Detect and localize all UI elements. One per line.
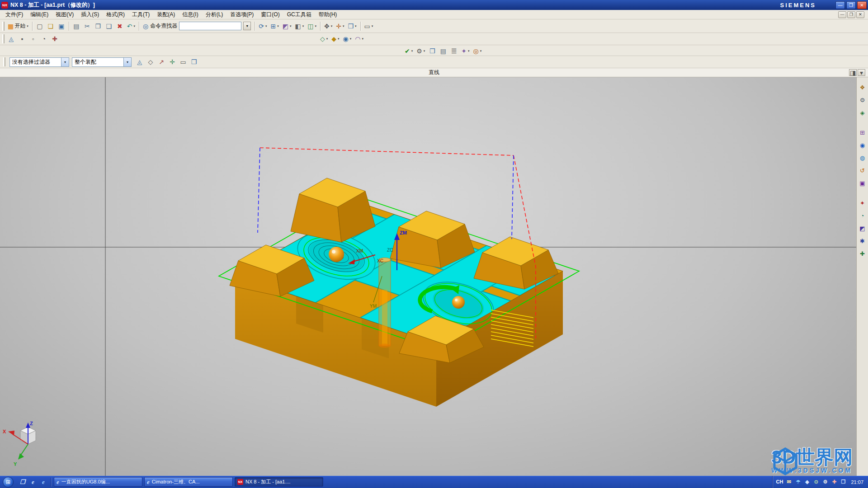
move-object-dropdown[interactable]: ▾ bbox=[331, 24, 333, 28]
start-button[interactable]: ▦开始▾ bbox=[6, 21, 30, 32]
minimize-button[interactable]: — bbox=[835, 1, 845, 9]
cut-button[interactable]: ✂ bbox=[82, 21, 93, 32]
close-button[interactable]: ✕ bbox=[857, 1, 867, 9]
operation-list-dropdown[interactable]: ▾ bbox=[468, 49, 470, 53]
window-button[interactable]: ▭▾ bbox=[363, 21, 375, 32]
mdi-minimize-button[interactable]: — bbox=[838, 11, 846, 18]
menu-analysis[interactable]: 分析(L) bbox=[202, 10, 227, 19]
undo-button[interactable]: ↶▾ bbox=[125, 21, 137, 32]
display-object-button[interactable]: ❒▾ bbox=[346, 21, 358, 32]
window-dropdown[interactable]: ▾ bbox=[372, 24, 373, 28]
user-tools-button[interactable]: ✚ bbox=[858, 249, 868, 258]
postprocess-button[interactable]: ▤ bbox=[438, 46, 448, 56]
tray-safety-button[interactable]: ☂ bbox=[795, 479, 801, 486]
show-hide-button[interactable]: ◫▾ bbox=[306, 21, 318, 32]
print-button[interactable]: ▤ bbox=[71, 21, 82, 32]
generate-toolpath-dropdown[interactable]: ▾ bbox=[424, 49, 425, 53]
part-navigator-button[interactable]: ◈ bbox=[858, 108, 868, 117]
task-nx[interactable]: NXNX 8 - 加工 - [aa1.... bbox=[235, 477, 323, 487]
menu-gc-toolbox[interactable]: GC工具箱 bbox=[283, 10, 315, 19]
menu-preferences[interactable]: 首选项(P) bbox=[226, 10, 257, 19]
selection-filter-dropdown[interactable]: ▾ bbox=[61, 58, 69, 66]
rendering-style-button[interactable]: ◧▾ bbox=[293, 21, 306, 32]
process-studio-button[interactable]: ▣ bbox=[858, 178, 868, 188]
task-ug-thread[interactable]: e一直困扰的UG8.0编... bbox=[54, 477, 142, 487]
snap-point-button[interactable]: ◬ bbox=[6, 33, 17, 44]
menu-assemblies[interactable]: 装配(A) bbox=[153, 10, 179, 19]
constraint-navigator-button[interactable]: ⚙ bbox=[858, 95, 868, 105]
machine-simulation-button[interactable]: ❒ bbox=[427, 46, 438, 56]
assembly-navigator-button[interactable]: ❖ bbox=[858, 82, 868, 92]
menu-tools[interactable]: 工具(T) bbox=[128, 10, 153, 19]
undo-dropdown[interactable]: ▾ bbox=[133, 24, 135, 28]
start-dropdown[interactable]: ▾ bbox=[27, 24, 28, 28]
operation-list-button[interactable]: ✦▾ bbox=[459, 46, 471, 56]
datum-plane-dropdown[interactable]: ▾ bbox=[326, 37, 328, 41]
task-cimatron[interactable]: eCimatron-三维、CA... bbox=[144, 477, 233, 487]
command-finder-search-button[interactable]: ▾ bbox=[243, 22, 251, 30]
orient-view-button[interactable]: ◩▾ bbox=[281, 21, 293, 32]
tray-network-button[interactable]: ⊙ bbox=[813, 479, 819, 486]
cue-expand-button[interactable]: ▾ bbox=[858, 69, 865, 76]
verify-toolpath-dropdown[interactable]: ▾ bbox=[411, 49, 413, 53]
selection-scope-combobox[interactable]: 整个装配 ▾ bbox=[72, 57, 132, 67]
rectangle-select-button[interactable]: ▭ bbox=[178, 56, 189, 67]
rendering-style-dropdown[interactable]: ▾ bbox=[302, 24, 304, 28]
paste-button[interactable]: ❑ bbox=[104, 21, 114, 32]
show-desktop-button[interactable]: ❐ bbox=[18, 478, 27, 487]
edge-blend-button[interactable]: ◠▾ bbox=[353, 33, 365, 44]
tray-display-button[interactable]: ❒ bbox=[840, 479, 846, 486]
restore-button[interactable]: ❐ bbox=[846, 1, 856, 9]
snap-toggle-button[interactable]: ◬ bbox=[134, 56, 145, 67]
hole-dropdown[interactable]: ▾ bbox=[350, 37, 352, 41]
orient-view-dropdown[interactable]: ▾ bbox=[290, 24, 292, 28]
snap-endpoint-button[interactable]: ▪ bbox=[17, 33, 28, 44]
shop-documentation-button[interactable]: ☰ bbox=[448, 46, 459, 56]
fit-view-button[interactable]: ⊞▾ bbox=[269, 21, 280, 32]
menu-file[interactable]: 文件(F) bbox=[2, 10, 27, 19]
view-orientation-triad[interactable]: Z X Y bbox=[3, 421, 36, 467]
history-palette-button[interactable]: ↺ bbox=[858, 165, 868, 175]
selection-plane-button[interactable]: ◇ bbox=[145, 56, 156, 67]
move-object-button[interactable]: ✥▾ bbox=[322, 21, 334, 32]
open-file-button[interactable]: ❏ bbox=[45, 21, 56, 32]
system-scenes-button[interactable]: ◩ bbox=[858, 223, 868, 233]
datum-plane-button[interactable]: ◇▾ bbox=[318, 33, 330, 44]
refresh-view-dropdown[interactable]: ▾ bbox=[265, 24, 267, 28]
toolbar-grip[interactable] bbox=[3, 57, 5, 66]
selection-vector-button[interactable]: ↗ bbox=[156, 56, 167, 67]
show-hide-dropdown[interactable]: ▾ bbox=[315, 24, 316, 28]
cue-dock-button[interactable]: ◨ bbox=[849, 69, 857, 76]
internet-explorer-button[interactable]: e bbox=[28, 478, 38, 487]
measure-distance-dropdown[interactable]: ▾ bbox=[343, 24, 344, 28]
fit-view-dropdown[interactable]: ▾ bbox=[277, 24, 279, 28]
delete-button[interactable]: ✖ bbox=[114, 21, 125, 32]
tray-message-button[interactable]: ✉ bbox=[786, 479, 792, 486]
snap-intersection-button[interactable]: ✚ bbox=[49, 33, 60, 44]
toolbar-grip[interactable] bbox=[2, 34, 5, 43]
roles-button[interactable]: ◔ bbox=[858, 211, 868, 221]
menu-insert[interactable]: 插入(S) bbox=[77, 10, 103, 19]
manufacturing-wizards-button[interactable]: ✦ bbox=[858, 198, 868, 208]
mdi-restore-button[interactable]: ❐ bbox=[847, 11, 855, 18]
cad-model[interactable]: ZM ZC XC XM YM bbox=[219, 178, 579, 407]
copy-button[interactable]: ❐ bbox=[93, 21, 104, 32]
mdi-close-button[interactable]: ✕ bbox=[856, 11, 864, 18]
web-browser-button[interactable]: ◍ bbox=[858, 153, 868, 163]
machining-options-button[interactable]: ◎▾ bbox=[472, 46, 484, 56]
generate-toolpath-button[interactable]: ⚙▾ bbox=[415, 46, 427, 56]
start-button[interactable]: ⊞ bbox=[3, 477, 14, 488]
tray-language-button[interactable]: CH bbox=[776, 479, 783, 486]
viewport[interactable]: ZM ZC XC XM YM bbox=[0, 77, 856, 476]
extrude-button[interactable]: ◆▾ bbox=[330, 33, 341, 44]
save-file-button[interactable]: ▣ bbox=[56, 21, 67, 32]
menu-window[interactable]: 窗口(O) bbox=[257, 10, 283, 19]
measure-distance-button[interactable]: ✛▾ bbox=[334, 21, 346, 32]
tray-update-button[interactable]: ✚ bbox=[831, 479, 837, 486]
touch-panel-button[interactable]: ✱ bbox=[858, 236, 868, 246]
hd3d-tools-button[interactable]: ◉ bbox=[858, 140, 868, 150]
selection-fil combo selection-filter-combobox[interactable]: 没有选择过滤器 ▾ bbox=[9, 57, 69, 67]
shaded-selection-button[interactable]: ❒ bbox=[189, 56, 199, 67]
snap-midpoint-button[interactable]: ◦ bbox=[28, 33, 38, 44]
selection-csys-button[interactable]: ✛ bbox=[167, 56, 178, 67]
